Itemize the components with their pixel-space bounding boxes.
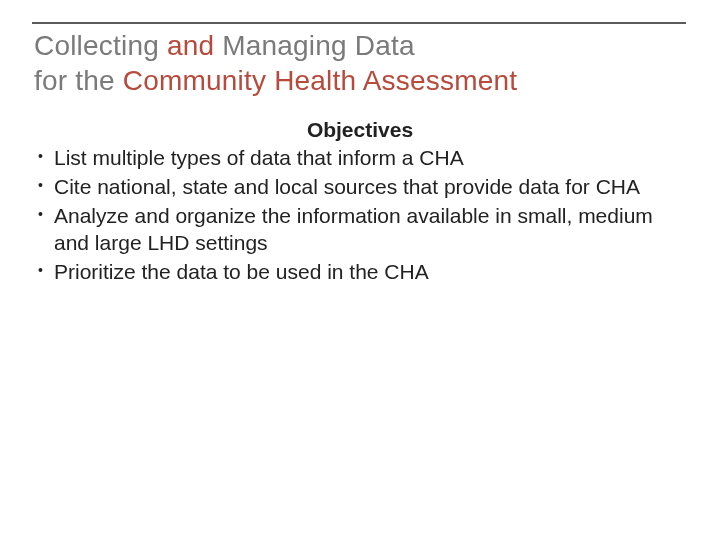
list-item: Analyze and organize the information ava… xyxy=(36,203,682,257)
list-item: List multiple types of data that inform … xyxy=(36,145,682,172)
slide-title: Collecting and Managing Data for the Com… xyxy=(34,28,686,112)
objectives-heading: Objectives xyxy=(34,118,686,142)
title-words-cha: Community Health Assessment xyxy=(123,65,517,96)
title-word-collecting: Collecting xyxy=(34,30,167,61)
objectives-list: List multiple types of data that inform … xyxy=(34,145,686,285)
title-words-for-the: for the xyxy=(34,65,123,96)
title-divider xyxy=(32,22,686,24)
slide: Collecting and Managing Data for the Com… xyxy=(0,0,720,540)
list-item: Cite national, state and local sources t… xyxy=(36,174,682,201)
title-words-managing-data: Managing Data xyxy=(222,30,415,61)
title-word-and: and xyxy=(167,30,222,61)
list-item: Prioritize the data to be used in the CH… xyxy=(36,259,682,286)
